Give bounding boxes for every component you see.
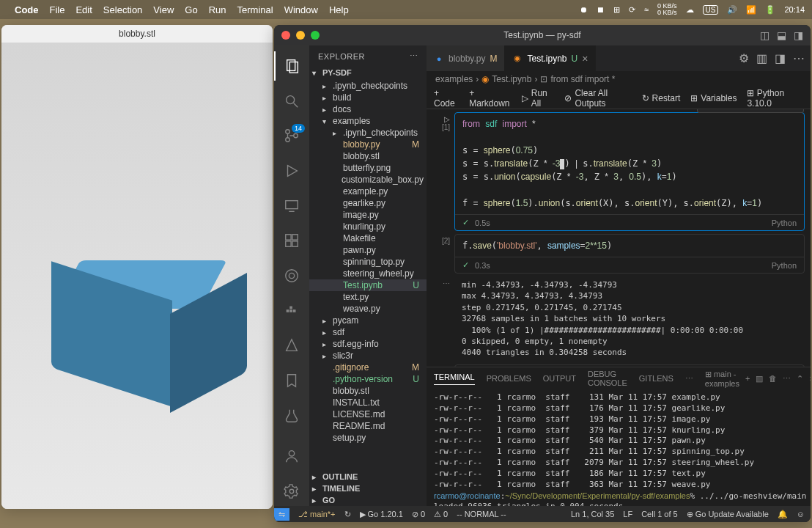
record-icon[interactable]: ⏺ (580, 5, 588, 14)
tree-item-example-py[interactable]: example.py (309, 186, 427, 197)
layout-right-icon[interactable]: ◨ (794, 29, 803, 41)
delete-cell-icon[interactable]: 🗑 (769, 109, 784, 111)
remote-indicator[interactable]: ⇋ (274, 508, 289, 521)
tree-item-examples[interactable]: ▾examples (309, 115, 427, 127)
breadcrumb[interactable]: examples› ◉Test.ipynb› ⊡from sdf import … (427, 71, 811, 87)
code-editor[interactable]: f.save('blobby.stl', samples=2**15) (455, 235, 804, 257)
variables-button[interactable]: ⊞Variables (690, 93, 737, 103)
tree-item-pawn-py[interactable]: pawn.py (309, 244, 427, 256)
tree-item-gearlike-py[interactable]: gearlike.py (309, 197, 427, 209)
clear-outputs-button[interactable]: ⊘Clear All Outputs (564, 88, 631, 109)
input-source[interactable]: US (703, 5, 719, 15)
more-cell-icon[interactable]: ⋯ (787, 109, 802, 111)
eol-indicator[interactable]: LF (623, 510, 632, 519)
notebook-cell-2[interactable]: c = rounded_box((50,50,30),2) (429, 364, 805, 367)
stop-icon[interactable]: ⏹ (597, 5, 605, 14)
zoom-window-button[interactable] (311, 31, 320, 40)
status-go[interactable]: ▶ Go 1.20.1 (360, 510, 403, 519)
split-cell-icon[interactable]: ▤ (752, 109, 767, 111)
tree-item-LICENSE-md[interactable]: LICENSE.md (309, 408, 427, 420)
menu-window[interactable]: Window (284, 4, 318, 15)
explorer-menu-icon[interactable]: ⋯ (410, 51, 418, 61)
tree-item-weave-py[interactable]: weave.py (309, 303, 427, 315)
settings-activity[interactable] (274, 477, 309, 506)
close-panel-icon[interactable]: × (809, 374, 811, 383)
output-tab[interactable]: OUTPUT (543, 374, 576, 383)
tree-item--ipynb_checkpoints[interactable]: ▸.ipynb_checkpoints (309, 80, 427, 92)
code-editor[interactable]: from sdf import * s = sphere(0.75) s = s… (455, 113, 804, 214)
stl-titlebar[interactable]: blobby.stl (1, 25, 273, 43)
go-section[interactable]: ▸GO (309, 494, 427, 506)
toggle-sidebar-icon[interactable]: ◨ (775, 51, 786, 65)
docker-activity[interactable] (274, 296, 309, 326)
tree-item-blobby-stl[interactable]: blobby.stl (309, 385, 427, 397)
cloud-icon[interactable]: ☁ (686, 5, 694, 15)
status-warnings[interactable]: ⚠ 0 (434, 510, 448, 519)
menu-file[interactable]: File (50, 4, 65, 15)
tree-item-steering_wheel-py[interactable]: steering_wheel.py (309, 268, 427, 279)
panel-more-icon[interactable]: ⋯ (685, 374, 693, 384)
battery-icon[interactable]: 🔋 (765, 5, 775, 15)
tree-item-blobby-py[interactable]: blobby.pyM (309, 139, 427, 150)
menu-view[interactable]: View (153, 4, 174, 15)
kernel-selector[interactable]: ⊞ Python 3.10.0 (747, 88, 803, 109)
tree-item-slic3r[interactable]: ▸slic3r (309, 350, 427, 362)
accounts-activity[interactable] (274, 442, 309, 472)
terminal-session[interactable]: ⊞ main - examples (705, 370, 739, 388)
menu-run[interactable]: Run (209, 4, 226, 15)
tree-item-blobby-stl[interactable]: blobby.stl (309, 150, 427, 162)
tree-item-setup-py[interactable]: setup.py (309, 432, 427, 444)
tree-item--python-version[interactable]: .python-versionU (309, 373, 427, 385)
go-update[interactable]: ⊕ Go Update Available (687, 510, 769, 519)
outline-section[interactable]: ▸OUTLINE (309, 471, 427, 483)
explorer-activity[interactable] (274, 51, 309, 81)
menu-go[interactable]: Go (185, 4, 197, 15)
wave-icon[interactable]: ≈ (644, 5, 649, 14)
tree-item-docs[interactable]: ▸docs (309, 103, 427, 115)
maximize-panel-icon[interactable]: ⌃ (797, 374, 803, 384)
tree-item-INSTALL-txt[interactable]: INSTALL.txt (309, 397, 427, 408)
restart-kernel-button[interactable]: ↻Restart (642, 93, 681, 103)
terminal-content[interactable]: -rw-r--r-- 1 rcarmo staff 131 Mar 11 17:… (427, 389, 811, 506)
git-branch[interactable]: ⎇ main*+ (298, 510, 336, 519)
gitlens-tab[interactable]: GITLENS (639, 374, 673, 383)
extensions-activity[interactable] (274, 226, 309, 255)
notebook-cell-1[interactable]: [2]f.save('blobby.stl', samples=2**15)✓0… (429, 234, 805, 274)
remote-explorer-activity[interactable] (274, 191, 309, 221)
vscode-titlebar[interactable]: Test.ipynb — py-sdf ◫ ⬓ ◨ (274, 25, 811, 45)
run-all-button[interactable]: ▷Run All (522, 88, 555, 109)
notifications-icon[interactable]: 🔔 (778, 510, 788, 519)
menu-edit[interactable]: Edit (75, 4, 92, 15)
tree-item-sdf-egg-info[interactable]: ▸sdf.egg-info (309, 338, 427, 350)
grid-icon[interactable]: ⊞ (613, 5, 620, 15)
tree-item-pycam[interactable]: ▸pycam (309, 315, 427, 326)
tree-item-image-py[interactable]: image.py (309, 209, 427, 221)
tree-item-text-py[interactable]: text.py (309, 291, 427, 303)
split-terminal-icon[interactable]: ▥ (756, 374, 763, 384)
tree-item-butterfly-png[interactable]: butterfly.png (309, 162, 427, 174)
project-header[interactable]: ▾PY-SDF (309, 67, 427, 78)
testing-activity[interactable] (274, 401, 309, 430)
feedback-icon[interactable]: ☺ (797, 510, 805, 519)
menu-selection[interactable]: Selection (103, 4, 142, 15)
app-name[interactable]: Code (15, 4, 39, 15)
terminal-tab[interactable]: TERMINAL (434, 373, 475, 385)
loop-icon[interactable]: ⟳ (629, 5, 635, 15)
timeline-section[interactable]: ▸TIMELINE (309, 483, 427, 494)
tab-blobby[interactable]: ● blobby.py M (427, 45, 505, 71)
tree-item-sdf[interactable]: ▸sdf (309, 326, 427, 338)
run-debug-activity[interactable] (274, 156, 309, 186)
menu-terminal[interactable]: Terminal (237, 4, 273, 15)
gitlens-activity[interactable] (274, 261, 309, 290)
azure-activity[interactable] (274, 331, 309, 361)
cursor-position[interactable]: Ln 1, Col 35 (571, 510, 614, 519)
clock[interactable]: 20:14 (784, 5, 805, 14)
more-icon[interactable]: ⋯ (793, 51, 805, 65)
search-activity[interactable] (274, 87, 309, 116)
tree-item-knurling-py[interactable]: knurling.py (309, 221, 427, 232)
tree-item-spinning_top-py[interactable]: spinning_top.py (309, 256, 427, 268)
close-tab-icon[interactable]: × (582, 53, 588, 65)
minimize-window-button[interactable] (296, 31, 305, 40)
debug-console-tab[interactable]: DEBUG CONSOLE (588, 370, 627, 387)
scm-activity[interactable]: 14 (274, 121, 309, 150)
